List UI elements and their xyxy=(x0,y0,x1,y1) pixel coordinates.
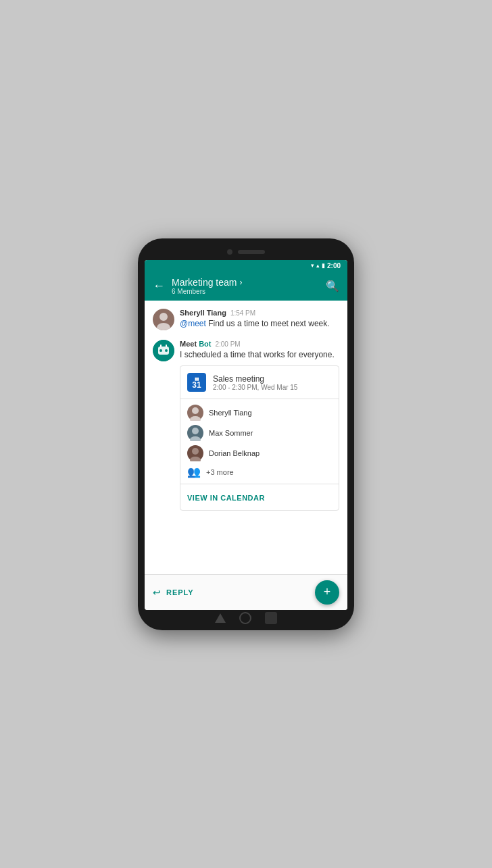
back-button[interactable]: ← xyxy=(153,279,165,293)
message-time-sheryll: 1:54 PM xyxy=(230,309,255,317)
message-text-bot: I scheduled a time that works for everyo… xyxy=(180,349,339,361)
svg-point-0 xyxy=(159,313,168,321)
svg-point-12 xyxy=(192,448,199,455)
view-in-calendar-button[interactable]: VIEW IN CALENDAR xyxy=(187,494,265,502)
event-time: 2:00 - 2:30 PM, Wed Mar 15 xyxy=(213,384,297,391)
calendar-icon: ▮▮ 31 xyxy=(187,373,206,392)
signal-icon: ▴ xyxy=(316,262,320,269)
attendee-row: Dorian Belknap xyxy=(187,445,332,461)
svg-point-13 xyxy=(190,457,201,461)
svg-point-11 xyxy=(190,436,201,441)
svg-rect-5 xyxy=(166,344,167,347)
phone-top-bar xyxy=(145,247,347,260)
attendee-name-sheryll: Sheryll Tiang xyxy=(209,409,252,417)
compose-plus-icon: + xyxy=(324,585,331,599)
header-title-area: Marketing team › 6 Members xyxy=(172,277,319,295)
message-meta: Sheryll Tiang 1:54 PM xyxy=(180,309,339,317)
card-event-header: ▮▮ 31 Sales meeting 2:00 - 2:30 PM, Wed … xyxy=(180,366,339,399)
more-attendees-label: +3 more xyxy=(206,468,234,476)
reply-button[interactable]: REPLY xyxy=(166,588,194,596)
svg-rect-4 xyxy=(160,344,162,347)
message-content-bot: Meet Bot 2:00 PM I scheduled a time that… xyxy=(180,340,339,511)
more-people-icon: 👥 xyxy=(187,465,201,478)
svg-point-1 xyxy=(157,323,170,330)
speaker xyxy=(238,250,265,254)
header-chevron-icon[interactable]: › xyxy=(239,278,242,287)
more-attendees-row: 👥 +3 more xyxy=(187,465,332,478)
message-meta-bot: Meet Bot 2:00 PM xyxy=(180,340,339,348)
message-row-bot: Meet Bot 2:00 PM I scheduled a time that… xyxy=(153,340,339,511)
message-time-bot: 2:00 PM xyxy=(215,340,240,348)
svg-point-9 xyxy=(190,416,201,421)
attendee-name-max: Max Sommer xyxy=(209,429,253,437)
message-content-sheryll: Sheryll Tiang 1:54 PM @meet Find us a ti… xyxy=(180,309,339,330)
attendee-row: Max Sommer xyxy=(187,425,332,441)
header-title: Marketing team › xyxy=(172,277,319,288)
members-count: 6 Members xyxy=(172,288,319,295)
chat-area: Sheryll Tiang 1:54 PM @meet Find us a ti… xyxy=(145,301,347,574)
svg-point-6 xyxy=(159,349,162,352)
svg-point-8 xyxy=(192,407,199,414)
attendee-row: Sheryll Tiang xyxy=(187,405,332,421)
group-name: Marketing team xyxy=(172,277,237,288)
nav-back-icon[interactable] xyxy=(215,613,226,623)
phone-frame: ▾ ▴ ▮ 2:00 ← Marketing team › 6 Members … xyxy=(138,238,354,630)
svg-point-7 xyxy=(165,349,168,352)
status-bar: ▾ ▴ ▮ 2:00 xyxy=(145,260,347,272)
wifi-icon: ▾ xyxy=(311,262,314,269)
search-icon[interactable]: 🔍 xyxy=(326,280,339,292)
message-body-sheryll: Find us a time to meet next week. xyxy=(206,319,330,328)
attendee-name-dorian: Dorian Belknap xyxy=(209,449,260,457)
nav-recents-icon[interactable] xyxy=(265,612,277,624)
bottom-bar: ↩ REPLY + xyxy=(145,574,347,610)
attendee-avatar-max xyxy=(187,425,203,441)
compose-fab-button[interactable]: + xyxy=(315,580,339,605)
event-title: Sales meeting xyxy=(213,374,297,384)
status-time: 2:00 xyxy=(327,262,341,270)
avatar-sheryll xyxy=(153,309,174,330)
bot-sender: Meet xyxy=(180,340,197,348)
mention-tag: @meet xyxy=(180,319,206,328)
event-info: Sales meeting 2:00 - 2:30 PM, Wed Mar 15 xyxy=(213,374,297,391)
card-action: VIEW IN CALENDAR xyxy=(180,484,339,510)
battery-icon: ▮ xyxy=(322,262,325,269)
bot-label: Bot xyxy=(199,340,211,348)
message-text-sheryll: @meet Find us a time to meet next week. xyxy=(180,318,339,330)
sender-name-sheryll: Sheryll Tiang xyxy=(180,309,226,317)
calendar-card: ▮▮ 31 Sales meeting 2:00 - 2:30 PM, Wed … xyxy=(180,365,339,511)
phone-bottom-bar xyxy=(145,610,347,622)
svg-point-10 xyxy=(192,428,199,434)
reply-icon: ↩ xyxy=(153,587,161,598)
phone-screen: ▾ ▴ ▮ 2:00 ← Marketing team › 6 Members … xyxy=(145,260,347,610)
avatar-bot xyxy=(153,340,174,361)
attendee-avatar-dorian xyxy=(187,445,203,461)
attendee-avatar-sheryll xyxy=(187,405,203,421)
message-row: Sheryll Tiang 1:54 PM @meet Find us a ti… xyxy=(153,309,339,330)
status-icons: ▾ ▴ ▮ 2:00 xyxy=(311,262,341,270)
app-header: ← Marketing team › 6 Members 🔍 xyxy=(145,272,347,301)
sender-name-bot: Meet Bot xyxy=(180,340,211,348)
nav-home-icon[interactable] xyxy=(239,612,251,624)
card-attendees: Sheryll Tiang Max Sommer xyxy=(180,399,339,484)
cal-day-number: 31 xyxy=(192,381,201,389)
camera-dot xyxy=(227,249,232,255)
